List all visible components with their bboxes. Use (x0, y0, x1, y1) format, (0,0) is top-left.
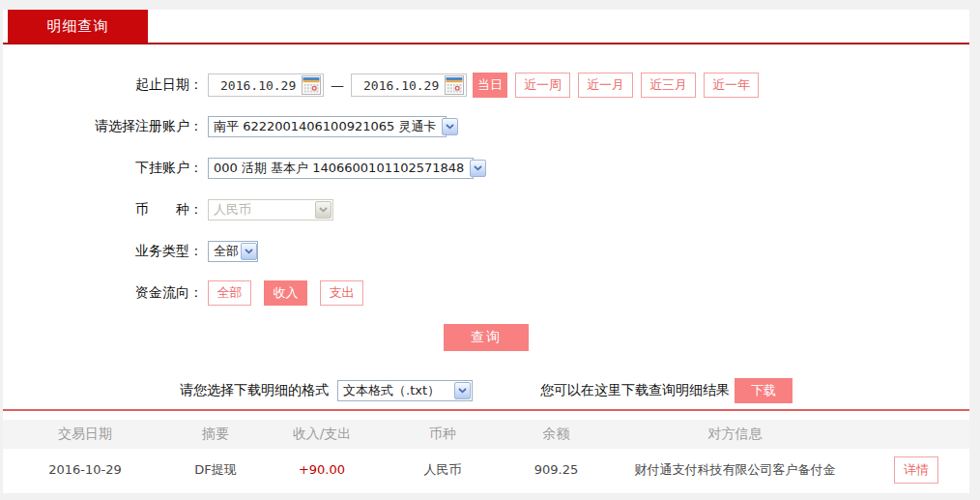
dropdown-arrow-icon (241, 243, 257, 260)
detail-query-panel: 明细查询 起止日期： 2016.10.29 (3, 10, 969, 493)
cell-balance: 909.25 (505, 462, 607, 477)
tab-detail-query[interactable]: 明细查询 (8, 10, 148, 43)
download-format-select[interactable]: 文本格式（.txt） (337, 380, 473, 401)
cell-counterparty: 财付通支付科技有限公司客户备付金 (607, 461, 863, 479)
currency-label: 币 种： (3, 201, 208, 219)
currency-select: 人民币 (208, 199, 333, 221)
date-range-label: 起止日期： (3, 76, 208, 94)
quick-range-month-button[interactable]: 近一月 (578, 73, 633, 98)
currency-row: 币 种： 人民币 (3, 197, 969, 222)
query-button[interactable]: 查询 (444, 324, 529, 351)
table-top-divider (3, 409, 969, 411)
calendar-icon[interactable] (445, 75, 464, 95)
fund-flow-expense-button[interactable]: 支出 (320, 280, 363, 306)
register-account-select[interactable]: 南平 6222001406100921065 灵通卡 (208, 116, 447, 137)
start-date-value: 2016.10.29 (220, 78, 296, 93)
sub-account-select[interactable]: 000 活期 基本户 1406600101102571848 (208, 158, 474, 179)
quick-range-quarter-button[interactable]: 近三月 (641, 73, 696, 98)
dropdown-arrow-icon (470, 160, 486, 177)
business-type-select[interactable]: 全部 (208, 241, 258, 262)
download-row: 请您选择下载明细的格式 文本格式（.txt） 您可以在这里下载查询明细结果 下载 (3, 378, 969, 403)
date-range-separator: — (331, 77, 344, 93)
header-currency: 币种 (380, 426, 505, 443)
quick-range-today-button[interactable]: 当日 (473, 73, 507, 98)
header-trade-date: 交易日期 (3, 426, 167, 443)
download-button[interactable]: 下载 (735, 378, 793, 403)
query-button-row: 查询 (3, 324, 969, 351)
sub-account-value: 000 活期 基本户 1406600101102571848 (209, 160, 464, 177)
start-date-input[interactable]: 2016.10.29 (208, 74, 324, 97)
query-form: 起止日期： 2016.10.29 (3, 10, 969, 403)
fund-flow-row: 资金流向： 全部 收入 支出 (3, 280, 969, 306)
header-summary: 摘要 (167, 426, 264, 443)
dropdown-arrow-icon (315, 201, 331, 219)
header-income-expense: 收入/支出 (264, 426, 380, 443)
quick-range-buttons: 当日 近一周 近一月 近三月 近一年 (467, 73, 759, 98)
fund-flow-income-button[interactable]: 收入 (264, 280, 307, 306)
table-header-row: 交易日期 摘要 收入/支出 币种 余额 对方信息 (3, 420, 969, 449)
register-account-label: 请选择注册账户： (3, 118, 208, 135)
currency-value: 人民币 (209, 201, 251, 219)
tab-underline (3, 43, 969, 44)
download-hint-text: 您可以在这里下载查询明细结果 (540, 382, 730, 399)
quick-range-week-button[interactable]: 近一周 (515, 73, 570, 98)
register-account-value: 南平 6222001406100921065 灵通卡 (209, 118, 436, 135)
quick-range-year-button[interactable]: 近一年 (704, 73, 759, 98)
table-row: 2016-10-29 DF提现 +90.00 人民币 909.25 财付通支付科… (3, 449, 969, 490)
calendar-icon[interactable] (302, 75, 321, 95)
cell-summary: DF提现 (167, 461, 264, 479)
header-counterparty: 对方信息 (607, 426, 863, 443)
fund-flow-all-button[interactable]: 全部 (208, 280, 251, 306)
cell-action: 详情 (863, 456, 969, 484)
business-type-row: 业务类型： 全部 (3, 239, 969, 264)
dropdown-arrow-icon (454, 382, 471, 399)
fund-flow-buttons: 全部 收入 支出 (208, 280, 376, 306)
business-type-label: 业务类型： (3, 243, 208, 260)
dropdown-arrow-icon (442, 118, 458, 135)
cell-trade-date: 2016-10-29 (3, 462, 167, 477)
register-account-row: 请选择注册账户： 南平 6222001406100921065 灵通卡 (3, 114, 969, 139)
download-format-label: 请您选择下载明细的格式 (180, 382, 329, 399)
cell-currency: 人民币 (380, 461, 505, 479)
header-balance: 余额 (505, 426, 607, 443)
end-date-value: 2016.10.29 (363, 78, 439, 93)
business-type-value: 全部 (209, 243, 239, 260)
sub-account-row: 下挂账户： 000 活期 基本户 1406600101102571848 (3, 156, 969, 181)
detail-button[interactable]: 详情 (894, 456, 938, 484)
cell-amount: +90.00 (264, 462, 380, 477)
sub-account-label: 下挂账户： (3, 160, 208, 177)
fund-flow-label: 资金流向： (3, 284, 208, 302)
end-date-input[interactable]: 2016.10.29 (351, 74, 467, 97)
download-format-value: 文本格式（.txt） (338, 382, 440, 399)
date-range-row: 起止日期： 2016.10.29 (3, 73, 969, 98)
